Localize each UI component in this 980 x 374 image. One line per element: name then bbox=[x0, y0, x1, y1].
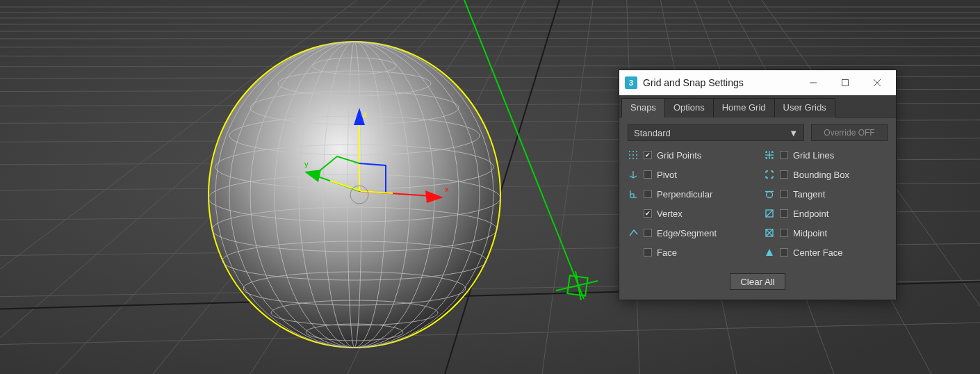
svg-marker-103 bbox=[766, 249, 773, 256]
snap-option-center-face[interactable]: Center Face bbox=[764, 245, 888, 259]
snap-option-grid-lines[interactable]: Grid Lines bbox=[764, 148, 888, 162]
close-button[interactable] bbox=[861, 70, 893, 95]
snap-option-endpoint[interactable]: Endpoint bbox=[764, 206, 888, 220]
snap-label: Center Face bbox=[793, 247, 843, 258]
snap-option-edge-segment[interactable]: Edge/Segment bbox=[628, 226, 751, 240]
tab-snaps[interactable]: Snaps bbox=[621, 98, 665, 117]
dialog-titlebar[interactable]: 3 Grid and Snap Settings bbox=[619, 70, 896, 95]
app-icon: 3 bbox=[625, 76, 637, 89]
snap-option-bounding-box[interactable]: Bounding Box bbox=[764, 168, 888, 181]
snap-option-midpoint[interactable]: Midpoint bbox=[764, 226, 888, 240]
checkbox[interactable] bbox=[780, 248, 788, 257]
midpoint-icon bbox=[764, 227, 775, 238]
tab-user-grids[interactable]: User Grids bbox=[774, 98, 835, 117]
snap-label: Pivot bbox=[657, 170, 677, 180]
snap-option-grid-points[interactable]: Grid Points bbox=[628, 148, 751, 162]
vertex-icon bbox=[628, 208, 639, 219]
svg-point-78 bbox=[636, 158, 637, 159]
snap-label: Grid Lines bbox=[793, 150, 834, 161]
perpendicular-icon bbox=[628, 188, 639, 200]
svg-line-99 bbox=[766, 210, 773, 217]
chevron-down-icon: ▼ bbox=[789, 128, 798, 138]
tangent-icon bbox=[764, 188, 775, 200]
tab-options[interactable]: Options bbox=[664, 98, 714, 117]
grid-points-icon bbox=[628, 149, 639, 161]
checkbox[interactable] bbox=[644, 229, 652, 237]
checkbox[interactable] bbox=[644, 209, 652, 218]
close-icon bbox=[873, 79, 881, 87]
snap-label: Edge/Segment bbox=[657, 228, 717, 238]
snap-label: Grid Points bbox=[657, 150, 701, 161]
checkbox[interactable] bbox=[644, 190, 652, 198]
axis-z-label: z bbox=[363, 110, 367, 118]
snap-label: Midpoint bbox=[793, 228, 827, 238]
svg-point-96 bbox=[767, 192, 773, 198]
dropdown-value: Standard bbox=[634, 128, 671, 138]
edge-segment-icon bbox=[628, 227, 639, 238]
grid-lines-icon bbox=[764, 149, 775, 161]
snap-option-pivot[interactable]: Pivot bbox=[628, 168, 751, 181]
snap-type-dropdown[interactable]: Standard ▼ bbox=[628, 124, 804, 141]
svg-point-39 bbox=[209, 42, 500, 348]
svg-point-77 bbox=[632, 158, 634, 159]
snap-label: Face bbox=[657, 247, 677, 258]
snap-label: Tangent bbox=[793, 189, 825, 200]
face-icon bbox=[628, 247, 639, 258]
clear-all-button[interactable]: Clear All bbox=[730, 273, 785, 290]
svg-point-73 bbox=[629, 154, 630, 156]
maximize-button[interactable] bbox=[829, 70, 861, 95]
sphere-object[interactable] bbox=[209, 42, 500, 348]
grid-snap-settings-dialog: 3 Grid and Snap Settings Snaps Options H… bbox=[619, 70, 897, 300]
dialog-title: Grid and Snap Settings bbox=[643, 77, 797, 88]
svg-point-75 bbox=[636, 154, 637, 156]
snap-option-tangent[interactable]: Tangent bbox=[764, 187, 888, 201]
checkbox[interactable] bbox=[780, 190, 788, 198]
svg-rect-67 bbox=[842, 80, 849, 86]
snap-label: Perpendicular bbox=[657, 189, 712, 200]
svg-point-71 bbox=[632, 151, 634, 152]
snap-option-perpendicular[interactable]: Perpendicular bbox=[628, 187, 751, 201]
snaps-panel: Standard ▼ Override OFF Grid PointsGrid … bbox=[619, 117, 896, 300]
snap-label: Bounding Box bbox=[793, 170, 849, 180]
center-face-icon bbox=[764, 247, 775, 258]
svg-line-91 bbox=[633, 176, 637, 178]
snap-label: Endpoint bbox=[793, 209, 828, 219]
checkbox[interactable] bbox=[780, 170, 788, 179]
svg-point-70 bbox=[629, 151, 630, 152]
checkbox[interactable] bbox=[780, 151, 788, 159]
snap-option-face[interactable]: Face bbox=[628, 245, 751, 259]
svg-point-72 bbox=[636, 151, 637, 152]
tab-bar: Snaps Options Home Grid User Grids bbox=[619, 95, 896, 117]
tab-home-grid[interactable]: Home Grid bbox=[713, 98, 775, 117]
minimize-button[interactable] bbox=[797, 70, 829, 95]
pivot-icon bbox=[628, 169, 639, 180]
svg-line-90 bbox=[630, 176, 633, 178]
checkbox[interactable] bbox=[644, 248, 652, 257]
axis-y-label: y bbox=[304, 160, 309, 168]
checkbox[interactable] bbox=[780, 209, 788, 218]
snap-label: Vertex bbox=[657, 209, 683, 219]
override-button[interactable]: Override OFF bbox=[811, 124, 888, 141]
axis-x-label: x bbox=[445, 185, 449, 193]
maximize-icon bbox=[841, 79, 849, 87]
endpoint-icon bbox=[764, 208, 775, 219]
snap-option-vertex[interactable]: Vertex bbox=[628, 206, 751, 220]
checkbox[interactable] bbox=[644, 170, 652, 179]
checkbox[interactable] bbox=[780, 229, 788, 237]
bounding-box-icon bbox=[764, 169, 775, 180]
svg-point-76 bbox=[629, 158, 630, 159]
minimize-icon bbox=[809, 79, 817, 87]
checkbox[interactable] bbox=[644, 151, 652, 159]
svg-point-74 bbox=[632, 154, 634, 156]
